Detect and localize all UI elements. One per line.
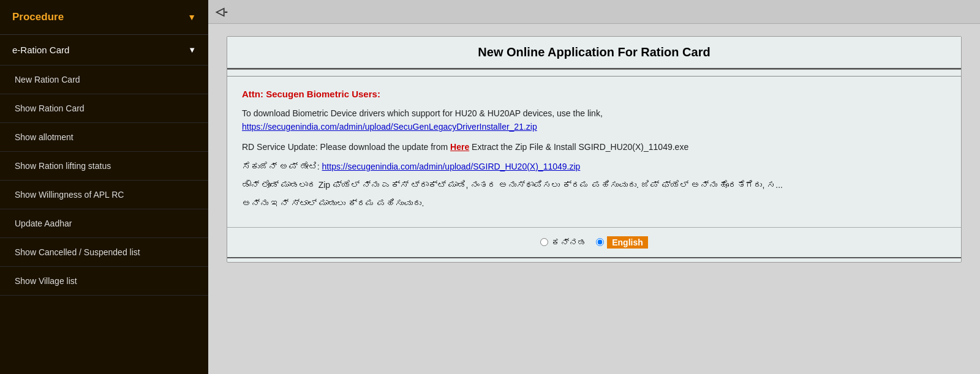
rd-here-link[interactable]: Here <box>450 142 469 152</box>
kannada-prefix: ಸೆಕುಜೆನ್ ಅಪ್ ಡೇಟಿ: <box>242 162 320 171</box>
application-card: New Online Application For Ration Card A… <box>227 36 962 263</box>
sidebar-procedure-header[interactable]: Procedure ▼ <box>0 0 208 35</box>
back-button[interactable]: ◁- <box>216 5 228 18</box>
rd-prefix: RD Service Update: Please download the u… <box>242 142 450 152</box>
lang-kannada-radio[interactable] <box>540 238 548 246</box>
lang-kannada-option[interactable]: ಕನ್ನಡ <box>540 237 586 247</box>
sidebar: Procedure ▼ e-Ration Card ▼ New Ration C… <box>0 0 208 374</box>
card-title: New Online Application For Ration Card <box>239 45 949 59</box>
para1-text: To download Biometric Device drivers whi… <box>242 108 603 118</box>
rd-service-line: RD Service Update: Please download the u… <box>242 140 946 154</box>
sidebar-item-new-ration-card[interactable]: New Ration Card <box>0 65 208 94</box>
sidebar-item-update-aadhar[interactable]: Update Aadhar <box>0 209 208 238</box>
lang-english-option[interactable]: English <box>596 236 648 249</box>
link1[interactable]: https://secugenindia.com/admin/upload/Se… <box>242 122 537 132</box>
sidebar-item-show-village-list[interactable]: Show Village list <box>0 267 208 296</box>
sidebar-erationcard-arrow: ▼ <box>188 45 196 54</box>
sidebar-item-show-allotment[interactable]: Show allotment <box>0 123 208 152</box>
para1: To download Biometric Device drivers whi… <box>242 107 946 134</box>
lang-english-label: English <box>607 236 648 249</box>
link2[interactable]: https://secugenindia.com/admin/upload/SG… <box>322 162 581 171</box>
card-body: Attn: Secugen Biometric Users: To downlo… <box>227 77 961 227</box>
topbar: ◁- <box>208 0 980 24</box>
main-area: ◁- New Online Application For Ration Car… <box>208 0 980 374</box>
lang-kannada-label: ಕನ್ನಡ <box>551 237 586 247</box>
sidebar-item-show-cancelled-suspended[interactable]: Show Cancelled / Suspended list <box>0 238 208 267</box>
sidebar-procedure-arrow: ▼ <box>187 12 196 22</box>
kannada-line2: ಡೌನ್ ಲೋಡ್ ಮಾಡಲಾದ Zip ಫ್ಯೆಲ್ ನ್ನು ಎಕ್ಸ್ ಟ… <box>242 178 946 193</box>
lang-english-radio[interactable] <box>596 238 604 246</box>
language-selector-row: ಕನ್ನಡ English <box>227 227 961 257</box>
attn-text: Attn: Secugen Biometric Users: <box>242 89 946 99</box>
sidebar-erationcard-header[interactable]: e-Ration Card ▼ <box>0 35 208 65</box>
sidebar-erationcard-label: e-Ration Card <box>12 45 69 55</box>
sidebar-item-show-ration-lifting-status[interactable]: Show Ration lifting status <box>0 152 208 181</box>
content-area: New Online Application For Ration Card A… <box>208 24 980 374</box>
card-bottom-border <box>227 257 961 262</box>
sidebar-procedure-label: Procedure <box>12 11 64 23</box>
sidebar-item-show-ration-card[interactable]: Show Ration Card <box>0 94 208 123</box>
card-title-row: New Online Application For Ration Card <box>227 37 961 69</box>
kannada-line3: ಅನ್ನು ಇನ್ ಸ್ಟಾಲ್ ಮಾಡುಲು ಕ್ರಮ ಪಹಿಸುವುದು. <box>242 196 946 211</box>
rd-suffix: Extract the Zip File & Install SGIRD_HU2… <box>469 142 688 152</box>
kannada-line1: ಸೆಕುಜೆನ್ ಅಪ್ ಡೇಟಿ: https://secugenindia.… <box>242 160 946 174</box>
sidebar-item-show-willingness[interactable]: Show Willingness of APL RC <box>0 181 208 209</box>
